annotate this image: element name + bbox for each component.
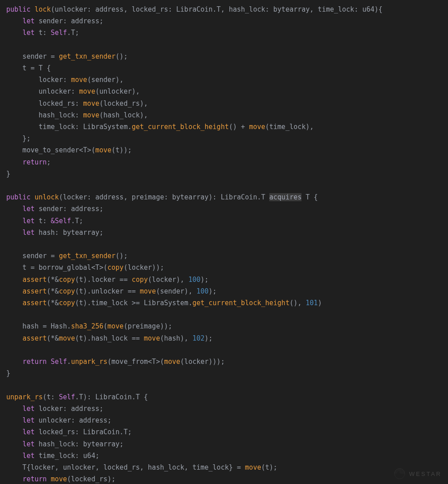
code-token: (t).unlocker == [75,287,140,295]
code-token [47,475,51,483]
code-token: Self [55,217,71,225]
code-token: (locked_rs); [67,475,115,483]
code-token: move [79,87,95,95]
code-token: (unlocker: address, locked_rs: LibraCoin… [51,5,383,13]
code-token: (hash), [160,334,192,342]
code-token: sender: address; [34,17,103,25]
watermark-text: WESTAR [409,471,442,477]
code-token: move [59,334,75,342]
code-token: (locker), [148,276,188,284]
code-token: hash: bytearray; [34,229,103,237]
code-token [6,29,22,37]
code-token: .T; [67,29,79,37]
code-token: (preimage)); [124,322,172,330]
code-token: (time_lock), [265,123,314,131]
code-token: ); [209,287,217,295]
code-token: }; [6,134,30,143]
code-token: copy [59,299,75,307]
code-token: let [22,405,34,413]
code-token [6,158,22,166]
code-token: move [95,146,112,154]
code-token: move [245,463,261,471]
code-token: sender = [6,52,59,60]
code-token: move [140,287,156,295]
code-token: let [22,205,34,213]
code-token: time_lock: u64; [34,452,99,460]
code-token: sha3_256 [71,322,103,330]
code-token: () + [229,123,249,131]
code-token: 100 [196,287,208,295]
code-token: ); [201,276,209,284]
code-token: return [22,358,47,366]
code-token: (); [116,252,128,260]
code-token: return [22,158,47,166]
code-token: ); [205,334,213,342]
code-token: ) [318,299,322,307]
code-token: let [22,416,34,424]
code-token: (); [116,52,128,60]
code-token: move_to_sender<T>( [6,146,95,154]
code-token [6,299,22,307]
code-token: (sender), [156,287,196,295]
code-token: hash = Hash. [6,322,71,330]
code-token [47,358,51,366]
code-token: (t); [261,463,277,471]
code-token [6,405,22,413]
code-token: locker: address; [34,405,103,413]
code-token: } [6,369,10,377]
code-token [6,276,22,284]
code-token: sender: address; [34,205,103,213]
code-token: move [51,475,67,483]
code-token: move [83,111,99,119]
code-token: unlocker: [6,87,79,95]
code-token: ( [103,322,108,330]
code-token [6,334,22,342]
code-token: get_txn_sender [59,252,115,260]
code-token: get_current_block_height [192,299,289,307]
code-token: move [249,123,265,131]
code-token: (locker: address, preimage: bytearray): … [59,193,269,201]
code-token: (t).time_lock >= LibraSystem. [75,299,193,307]
code-token [6,287,22,295]
code-token: locked_rs: LibraCoin.T; [34,428,132,436]
code-token: let [22,217,34,225]
code-token: copy [108,264,124,272]
code-token: 101 [306,299,318,307]
code-token: get_current_block_height [132,123,229,131]
code-token: (t)); [112,146,132,154]
code-token: move [144,334,160,342]
code-token: time_lock: LibraSystem. [6,123,132,131]
code-token: t: [34,29,51,37]
code-token: assert [22,287,47,295]
code-token: .T): LibraCoin.T { [75,393,148,401]
code-token: get_txn_sender [59,52,115,60]
code-token: Self [51,358,67,366]
code-token: (locker)); [124,264,164,272]
code-token: (*& [47,276,59,284]
code-token: hash_lock: [6,111,83,119]
code-token: (locker))); [180,358,224,366]
code-token: sender = [6,252,59,260]
code-token: move [83,99,99,108]
code-token: (*& [47,299,59,307]
code-token: let [22,452,34,460]
code-token: return [22,475,47,483]
code-token: (sender), [87,76,124,84]
code-token: locker: [6,76,71,84]
code-token: lock [34,5,51,13]
code-token: copy [132,276,148,284]
code-token: Self [51,29,67,37]
code-token: t: [34,217,51,225]
code-token: copy [59,287,75,295]
code-token [6,358,22,366]
code-token: Self [59,393,75,401]
code-block: public lock(unlocker: address, locked_rs… [0,0,448,484]
code-token: unlocker: address; [34,416,112,424]
code-token: locked_rs: [6,99,83,108]
code-token: let [22,428,34,436]
code-token [6,217,22,225]
code-token: let [22,29,34,37]
code-token: unlock [34,193,59,201]
code-token: (locked_rs), [99,99,148,108]
code-token: acquires [269,193,302,201]
